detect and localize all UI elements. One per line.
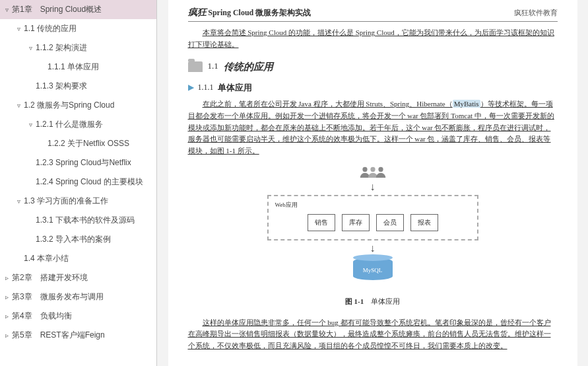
toc-item-label: 1.3.1 下载本书的软件及源码 [36,215,135,226]
svg-point-2 [378,167,383,172]
toc-item-label: 1.2.2 关于Netflix OSSS [48,138,129,149]
brand-prefix: 疯狂 [188,7,207,17]
toc-item[interactable]: ▿1.1 传统的应用 [0,19,156,38]
toc-item[interactable]: ▿1.1.2 架构演进 [0,38,156,57]
paragraph-1: 在此之前，笔者所在公司开发 Java 程序，大都使用 Struts、Spring… [188,98,558,157]
web-app-box: Web应用 销售库存会员报表 [267,195,478,240]
module-box: 库存 [342,214,370,231]
toc-item[interactable]: ▹第5章 REST客户端Feign [0,326,156,345]
users-icon [247,166,498,178]
folder-icon [188,61,203,72]
toc-item[interactable]: 1.3.2 导入本书的案例 [0,230,156,249]
publisher: 疯狂软件教育 [514,7,558,19]
figure-1-1: ↓ Web应用 销售库存会员报表 ↓ MySQL 图 1-1 单体应用 [247,166,498,307]
module-box: 报表 [410,214,438,231]
toc-item-label: 1.2.1 什么是微服务 [36,119,103,130]
toc-item-label: 第3章 微服务发布与调用 [12,291,104,303]
toc-item-label: 1.3 学习方面的准备工作 [24,196,108,207]
toc-sidebar[interactable]: ▿第1章 Spring Cloud概述▿1.1 传统的应用▿1.1.2 架构演进… [0,0,157,366]
expand-arrow-icon[interactable]: ▿ [15,25,22,32]
toc-item-label: 1.3.2 导入本书的案例 [36,234,111,245]
toc-item[interactable]: 1.2.2 关于Netflix OSSS [0,134,156,153]
toc-item[interactable]: ▹第3章 微服务发布与调用 [0,287,156,307]
expand-arrow-icon[interactable]: ▹ [3,312,11,320]
highlight: MyBatis [453,100,480,108]
arrow-icon: ▶ [188,81,194,94]
toc-item[interactable]: ▹第2章 搭建开发环境 [0,268,156,287]
toc-item-label: 第1章 Spring Cloud概述 [12,4,102,15]
toc-item-label: 第4章 负载均衡 [12,311,72,322]
toc-item-label: 1.2 微服务与Spring Cloud [24,100,114,111]
arrow-down-icon: ↓ [247,243,498,254]
toc-item[interactable]: ▹第4章 负载均衡 [0,307,156,326]
brand-title: Spring Cloud 微服务架构实战 [208,8,311,17]
toc-item[interactable]: ▿1.3 学习方面的准备工作 [0,192,156,211]
web-app-label: Web应用 [275,200,471,209]
section-heading: 1.1 传统的应用 [188,59,558,75]
toc-item[interactable]: 1.2.3 Spring Cloud与Netflix [0,153,156,172]
toc-item[interactable]: 1.1.1 单体应用 [0,57,156,77]
toc-item-label: 1.2.4 Spring Cloud 的主要模块 [36,176,143,188]
expand-arrow-icon[interactable]: ▿ [15,198,22,205]
section-title: 传统的应用 [224,59,273,75]
page-header: 疯狂 Spring Cloud 微服务架构实战 疯狂软件教育 [188,5,558,22]
expand-arrow-icon[interactable]: ▿ [26,121,34,128]
subsection-title: 单体应用 [218,81,252,95]
toc-item-label: 1.1.2 架构演进 [36,42,87,54]
toc-item-label: 1.1.1 单体应用 [48,61,99,73]
expand-arrow-icon[interactable]: ▿ [15,102,22,109]
expand-arrow-icon[interactable]: ▹ [3,293,11,301]
arrow-down-icon: ↓ [247,182,498,192]
expand-arrow-icon[interactable]: ▹ [3,274,11,281]
paragraph-2: 这样的单体应用隐患非常多，任何一个 bug 都有可能导致整个系统宕机。笔者印象最… [188,317,558,352]
toc-item[interactable]: 1.4 本章小结 [0,249,156,268]
page: 疯狂 Spring Cloud 微服务架构实战 疯狂软件教育 本章将会简述 Sp… [168,0,577,366]
toc-item-label: 1.1 传统的应用 [24,23,77,34]
toc-item[interactable]: 1.3.1 下载本书的软件及源码 [0,211,156,230]
toc-item[interactable]: ▿第1章 Spring Cloud概述 [0,0,156,19]
toc-item[interactable]: ▿1.2 微服务与Spring Cloud [0,96,156,115]
toc-item-label: 第5章 REST客户端Feign [12,330,105,341]
subsection-heading: ▶ 1.1.1 单体应用 [188,81,558,95]
toc-item[interactable]: 1.1.3 架构要求 [0,77,156,96]
module-box: 销售 [308,214,335,231]
expand-arrow-icon[interactable]: ▹ [3,332,11,339]
chapter-intro: 本章将会简述 Spring Cloud 的功能，描述什么是 Spring Clo… [188,27,558,50]
toc-item[interactable]: 1.2.4 Spring Cloud 的主要模块 [0,172,156,192]
figure-caption: 图 1-1 单体应用 [247,296,498,308]
toc-item-label: 第2章 搭建开发环境 [12,272,88,283]
module-box: 会员 [376,214,404,231]
toc-item-label: 1.4 本章小结 [24,253,69,264]
expand-arrow-icon[interactable]: ▿ [26,44,34,52]
toc-item-label: 1.2.3 Spring Cloud与Netflix [36,157,131,168]
database-icon: MySQL [353,258,393,289]
toc-item-label: 1.1.3 架构要求 [36,81,87,92]
section-number: 1.1 [208,59,218,73]
document-viewport[interactable]: 疯狂 Spring Cloud 微服务架构实战 疯狂软件教育 本章将会简述 Sp… [157,0,588,366]
toc-item[interactable]: ▿1.2.1 什么是微服务 [0,115,156,134]
expand-arrow-icon[interactable]: ▿ [3,6,11,13]
subsection-number: 1.1.1 [198,81,214,94]
